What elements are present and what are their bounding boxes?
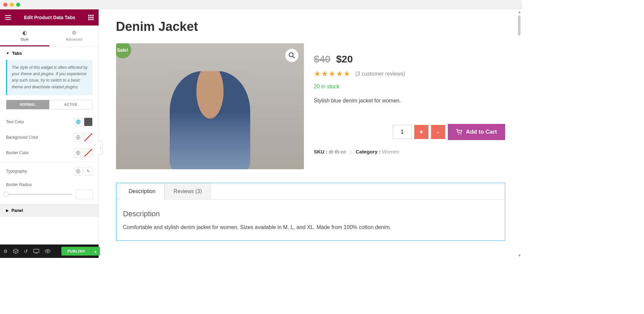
tab-style[interactable]: ◐ Style bbox=[0, 26, 49, 46]
preview-icon[interactable] bbox=[45, 249, 51, 253]
svg-point-16 bbox=[458, 134, 459, 135]
slider-thumb[interactable] bbox=[3, 192, 9, 197]
history-icon[interactable]: ↺ bbox=[24, 249, 28, 254]
sku-label: SKU : bbox=[314, 149, 328, 154]
tab-advanced-label: Advanced bbox=[66, 37, 82, 41]
svg-rect-5 bbox=[92, 17, 94, 18]
responsive-icon[interactable] bbox=[33, 249, 39, 254]
settings-icon[interactable]: ⚙ bbox=[3, 249, 8, 254]
sidebar-header: Edit Product Data Tabs bbox=[0, 9, 99, 26]
titlebar bbox=[0, 0, 522, 9]
advanced-icon: ⚙ bbox=[49, 30, 99, 36]
color-swatch-none[interactable] bbox=[84, 133, 93, 142]
vertical-scrollbar[interactable]: ▲ ▼ bbox=[518, 9, 521, 258]
pencil-icon[interactable]: ✎ bbox=[84, 167, 93, 176]
product-data-tabs-widget[interactable]: Description Reviews (3) Description Comf… bbox=[116, 183, 505, 241]
tab-content-heading: Description bbox=[123, 210, 498, 218]
svg-rect-1 bbox=[90, 15, 92, 16]
scroll-down-icon[interactable]: ▼ bbox=[518, 254, 521, 257]
color-swatch[interactable] bbox=[84, 118, 93, 126]
sidebar-tabs: ◐ Style ⚙ Advanced bbox=[0, 26, 99, 47]
slider-value-input[interactable] bbox=[76, 190, 93, 199]
product-image: Sale! bbox=[116, 43, 304, 169]
quantity-input[interactable] bbox=[393, 125, 412, 139]
navigator-icon[interactable] bbox=[13, 249, 18, 254]
sidebar-body: ▼ Tabs The style of this widget is often… bbox=[0, 47, 99, 244]
publish-button[interactable]: PUBLISH bbox=[61, 247, 91, 256]
category-link[interactable]: Women bbox=[382, 149, 399, 154]
window-maximize-icon[interactable] bbox=[16, 3, 20, 7]
theme-notice: The style of this widget is often affect… bbox=[6, 60, 93, 95]
globe-icon[interactable] bbox=[74, 118, 83, 126]
tab-advanced[interactable]: ⚙ Advanced bbox=[49, 26, 99, 46]
quantity-plus-button[interactable]: + bbox=[414, 125, 428, 139]
window-minimize-icon[interactable] bbox=[10, 3, 14, 7]
globe-icon[interactable] bbox=[74, 167, 83, 176]
price-old: $40 bbox=[314, 53, 331, 64]
color-swatch-none[interactable] bbox=[84, 148, 93, 157]
publish-options-button[interactable]: ▲ bbox=[91, 247, 100, 256]
tabs-nav: Description Reviews (3) bbox=[116, 183, 505, 199]
globe-icon[interactable] bbox=[74, 148, 83, 157]
section-tabs-header[interactable]: ▼ Tabs bbox=[0, 47, 99, 60]
control-typography: Typography ✎ bbox=[0, 164, 99, 179]
add-to-cart-label: Add to Cart bbox=[466, 129, 497, 135]
svg-point-15 bbox=[289, 53, 293, 57]
price-row: $40 $20 bbox=[314, 53, 505, 65]
stock-status: 20 in stock bbox=[314, 84, 505, 90]
scroll-thumb[interactable] bbox=[518, 15, 521, 36]
window-close-icon[interactable] bbox=[3, 3, 7, 7]
sidebar-title: Edit Product Data Tabs bbox=[24, 15, 75, 20]
tab-style-label: Style bbox=[20, 37, 29, 41]
picker-group bbox=[74, 133, 93, 142]
svg-rect-6 bbox=[88, 19, 90, 20]
quantity-minus-button[interactable]: - bbox=[431, 125, 445, 139]
caret-down-icon: ▼ bbox=[6, 51, 9, 55]
section-tabs-label: Tabs bbox=[12, 51, 22, 56]
main-inner: Denim Jacket Sale! $40 $20 bbox=[116, 19, 505, 241]
border-radius-slider bbox=[0, 188, 99, 204]
control-border-color: Border Color bbox=[0, 145, 99, 161]
grid-icon[interactable] bbox=[88, 15, 94, 20]
image-placeholder bbox=[116, 43, 304, 169]
divider bbox=[0, 162, 99, 162]
product-top: Sale! $40 $20 ★★★★★ (3 customer reviews) bbox=[116, 43, 505, 169]
svg-rect-13 bbox=[34, 249, 39, 253]
caret-right-icon: ▶ bbox=[6, 209, 9, 212]
control-border-radius: Border Radius bbox=[0, 179, 99, 188]
reviews-link[interactable]: (3 customer reviews) bbox=[356, 71, 405, 77]
tab-description[interactable]: Description bbox=[120, 183, 165, 199]
add-to-cart-button[interactable]: Add to Cart bbox=[448, 124, 505, 140]
control-label: Background Color bbox=[6, 135, 38, 140]
control-label: Text Color bbox=[6, 120, 24, 124]
toggle-active[interactable]: ACTIVE bbox=[49, 100, 92, 109]
menu-icon[interactable] bbox=[5, 15, 11, 20]
style-icon: ◐ bbox=[0, 30, 49, 36]
svg-rect-3 bbox=[88, 17, 90, 18]
zoom-button[interactable] bbox=[285, 49, 299, 62]
picker-group: ✎ bbox=[74, 167, 93, 176]
publish-group: PUBLISH ▲ bbox=[61, 247, 100, 256]
tab-content: Description Comfortable and stylish deni… bbox=[116, 199, 505, 240]
cart-icon bbox=[456, 129, 463, 135]
sku-value: dr-th-co bbox=[329, 149, 346, 154]
control-background-color: Background Color bbox=[0, 130, 99, 145]
svg-point-14 bbox=[47, 251, 48, 252]
svg-rect-0 bbox=[88, 15, 90, 16]
section-panel-header[interactable]: ▶ Panel bbox=[0, 204, 99, 217]
svg-rect-2 bbox=[92, 15, 94, 16]
cart-row: + - Add to Cart bbox=[314, 124, 505, 140]
product-info: $40 $20 ★★★★★ (3 customer reviews) 20 in… bbox=[314, 43, 505, 169]
editor-sidebar: Edit Product Data Tabs ◐ Style ⚙ Advance… bbox=[0, 9, 99, 258]
tab-reviews[interactable]: Reviews (3) bbox=[165, 183, 211, 199]
app-body: Edit Product Data Tabs ◐ Style ⚙ Advance… bbox=[0, 9, 522, 258]
slider-track[interactable] bbox=[6, 194, 72, 195]
scroll-up-icon[interactable]: ▲ bbox=[518, 10, 521, 14]
globe-icon[interactable] bbox=[74, 133, 83, 142]
toggle-normal[interactable]: NORMAL bbox=[6, 100, 49, 109]
category-label: Category : bbox=[356, 149, 380, 154]
picker-group bbox=[74, 118, 93, 126]
sidebar-footer: ⚙ ↺ PUBLISH ▲ bbox=[0, 244, 99, 258]
section-panel-label: Panel bbox=[11, 208, 23, 213]
control-label: Border Radius bbox=[6, 182, 32, 187]
